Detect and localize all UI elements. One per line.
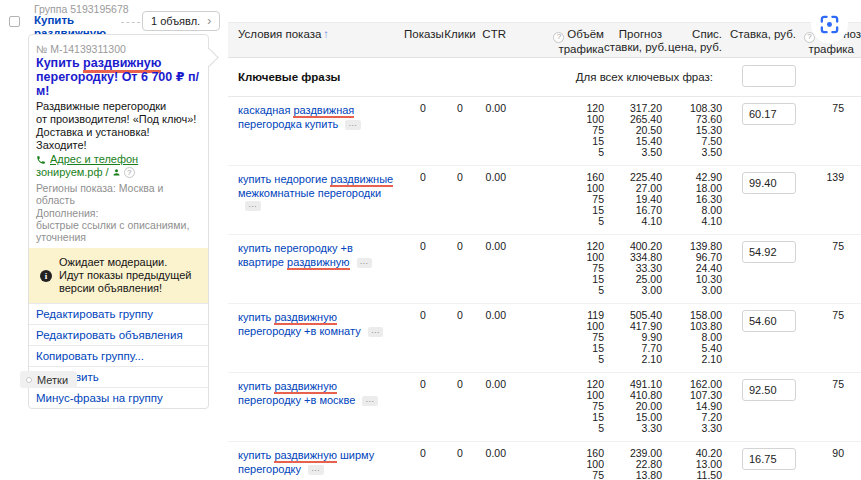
cell-ctr: 0.00 xyxy=(478,448,506,480)
cell-traffic-forecast: 75 xyxy=(804,103,861,158)
cell-clicks: 0 xyxy=(442,172,478,227)
bid-input[interactable] xyxy=(742,448,796,470)
bulk-bid-input[interactable] xyxy=(742,65,796,87)
keyword-row: купить недорогие раздвижные межкомнатные… xyxy=(228,166,861,235)
moderation-line2: Идут показы предыдущей версии объявления… xyxy=(59,269,198,295)
bid-input[interactable] xyxy=(742,241,796,263)
cell-charged-price: 40.2013.0011.505.30 xyxy=(662,448,722,480)
phrase-menu-button[interactable]: … xyxy=(368,327,384,337)
cell-shows: 0 xyxy=(404,241,442,296)
keyword-phrase-cell: купить раздвижную ширму перегородку… xyxy=(228,448,404,480)
cell-bid-forecast: 225.4027.0019.4016.704.10 xyxy=(604,172,662,227)
cell-charged-price: 162.00107.3014.907.203.30 xyxy=(662,379,722,434)
cell-bid-forecast: 317.20265.4020.5015.403.50 xyxy=(604,103,662,158)
phrase-menu-button[interactable]: … xyxy=(357,258,373,268)
help-icon[interactable]: ? xyxy=(124,167,135,178)
group-action-link[interactable]: Редактировать группу xyxy=(29,303,208,324)
phrase-menu-button[interactable]: … xyxy=(362,396,378,406)
phrase-menu-button[interactable]: … xyxy=(345,120,361,130)
group-actions: Редактировать группуРедактировать объявл… xyxy=(29,303,208,408)
phrase-menu-button[interactable]: … xyxy=(245,201,261,211)
cell-shows: 0 xyxy=(404,379,442,434)
cell-bid xyxy=(722,241,804,296)
cell-charged-price: 108.3073.6015.307.503.50 xyxy=(662,103,722,158)
cell-shows: 0 xyxy=(404,103,442,158)
cell-charged-price: 158.00103.808.005.402.10 xyxy=(662,310,722,365)
keyword-row: купить раздвижную перегородку +в москве…… xyxy=(228,373,861,442)
ads-count-button[interactable]: 1 объявл. › xyxy=(142,11,220,31)
cell-traffic-forecast: 75 xyxy=(804,310,861,365)
cell-traffic-volume: 12010075155 xyxy=(506,103,604,158)
keyword-row: купить раздвижную перегородку +в комнату… xyxy=(228,304,861,373)
table-header-row: Условия показа↑ПоказыКликиCTR?Объёмтрафи… xyxy=(228,22,861,58)
cell-ctr: 0.00 xyxy=(478,310,506,365)
keyword-phrase-cell: каскадная раздвижная перегородка купить… xyxy=(228,103,404,158)
group-action-link[interactable]: Минус-фразы на группу xyxy=(29,387,208,408)
keywords-section-row: Ключевые фразы Для всех ключевых фраз: xyxy=(228,58,861,97)
cell-charged-price: 139.8096.7024.4010.303.00 xyxy=(662,241,722,296)
group-action-link[interactable]: Редактировать объявления xyxy=(29,324,208,345)
keyword-phrase-link[interactable]: купить раздвижную ширму перегородку xyxy=(238,449,374,475)
bid-input[interactable] xyxy=(742,379,796,401)
group-checkbox[interactable] xyxy=(9,16,20,27)
keyword-phrase-cell: купить раздвижную перегородку +в комнату… xyxy=(228,310,404,365)
display-url: зонируем.рф xyxy=(36,166,103,179)
screenshot-region-icon[interactable] xyxy=(811,6,848,43)
ad-title-link[interactable]: Купить раздвижную перегородку! От 6 700 … xyxy=(36,56,206,98)
ad-additions: Дополнения: быстрые ссылки с описаниями,… xyxy=(36,207,201,243)
chevron-right-icon: › xyxy=(207,15,211,27)
column-header-bid-forecast: Прогнозставки, руб. xyxy=(604,23,662,57)
cell-shows: 0 xyxy=(404,172,442,227)
keyword-phrase-cell: купить раздвижную перегородку +в москве… xyxy=(228,379,404,434)
help-icon[interactable]: ? xyxy=(553,32,564,43)
cell-ctr: 0.00 xyxy=(478,172,506,227)
bulk-bid-cell xyxy=(722,65,804,87)
ad-group-card: № M-14139311300 Купить раздвижную перего… xyxy=(28,34,209,409)
cell-bid xyxy=(722,379,804,434)
cell-bid-forecast: 505.40417.909.907.702.10 xyxy=(604,310,662,365)
cell-clicks: 0 xyxy=(442,448,478,480)
keyword-phrase-link[interactable]: купить раздвижную перегородку +в москве xyxy=(238,380,355,406)
dotted-leader xyxy=(121,22,140,23)
group-action-link[interactable]: Копировать группу... xyxy=(29,345,208,366)
keyword-row: каскадная раздвижная перегородка купить…… xyxy=(228,97,861,166)
sort-ascending-icon: ↑ xyxy=(323,28,329,40)
cell-charged-price: 42.9018.0016.308.004.10 xyxy=(662,172,722,227)
cell-traffic-forecast: 75 xyxy=(804,241,861,296)
ads-count-label: 1 объявл. xyxy=(151,15,200,27)
keyword-phrase-link[interactable]: купить перегородку +в квартире раздвижну… xyxy=(238,242,353,270)
bid-input[interactable] xyxy=(742,103,796,125)
keywords-table: Условия показа↑ПоказыКликиCTR?Объёмтрафи… xyxy=(228,0,861,480)
cell-bid xyxy=(722,103,804,158)
address-phone-link[interactable]: Адрес и телефон xyxy=(50,153,138,166)
bulk-bid-label: Для всех ключевых фраз: xyxy=(404,65,722,83)
ad-contact-row: Адрес и телефон xyxy=(36,153,201,166)
cell-traffic-forecast: 75 xyxy=(804,379,861,434)
keyword-phrase-link[interactable]: купить недорогие раздвижные межкомнатные… xyxy=(238,173,393,199)
bid-input[interactable] xyxy=(742,172,796,194)
keyword-row: купить перегородку +в квартире раздвижну… xyxy=(228,235,861,304)
moderation-notice: i Ожидает модерации. Идут показы предыду… xyxy=(29,248,208,303)
keyword-rows: каскадная раздвижная перегородка купить…… xyxy=(228,97,861,480)
cell-bid xyxy=(722,310,804,365)
keyword-phrase-cell: купить недорогие раздвижные межкомнатные… xyxy=(228,172,404,227)
keyword-row: купить раздвижную ширму перегородку…000.… xyxy=(228,442,861,480)
labels-button[interactable]: Метки xyxy=(20,371,77,388)
phrase-menu-button[interactable]: … xyxy=(308,465,324,475)
column-header-ctr: CTR xyxy=(478,23,506,57)
ad-display-url-row: зонируем.рф / ? xyxy=(36,166,201,179)
cell-traffic-volume: 12010075155 xyxy=(506,379,604,434)
cell-ctr: 0.00 xyxy=(478,241,506,296)
cell-bid-forecast: 400.20334.8033.3025.003.00 xyxy=(604,241,662,296)
column-header-conditions[interactable]: Условия показа↑ xyxy=(228,23,404,57)
keyword-phrase-link[interactable]: каскадная раздвижная перегородка купить xyxy=(238,104,354,130)
url-separator: / xyxy=(106,166,109,179)
cell-traffic-volume: 16010075155 xyxy=(506,172,604,227)
bid-input[interactable] xyxy=(742,310,796,332)
ad-regions: Регионы показа: Москва и область xyxy=(36,182,201,206)
cell-bid xyxy=(722,172,804,227)
column-header-clicks: Клики xyxy=(442,23,478,57)
keyword-phrase-link[interactable]: купить раздвижную перегородку +в комнату xyxy=(238,311,361,337)
cell-traffic-volume: 11910075155 xyxy=(506,310,604,365)
cell-clicks: 0 xyxy=(442,103,478,158)
